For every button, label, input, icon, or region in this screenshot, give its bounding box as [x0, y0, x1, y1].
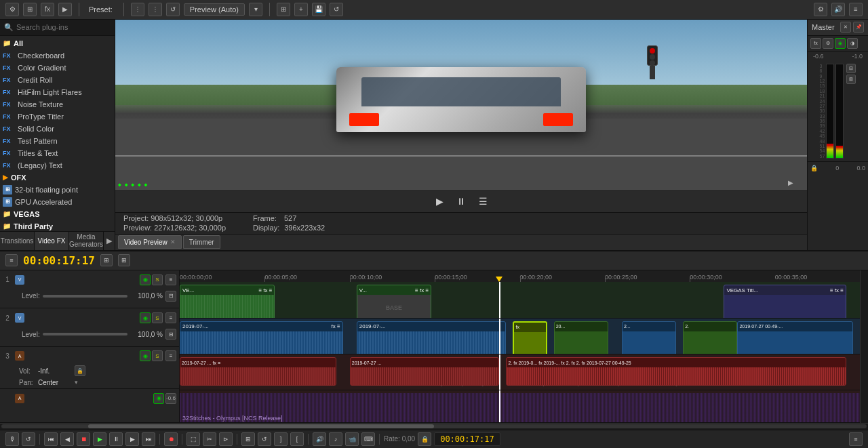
mb-fx-btn[interactable]: fx [810, 38, 821, 49]
fx-item-testpattern[interactable]: FX Test Pattern [0, 135, 115, 147]
clip-3-2[interactable]: 2019-07-27 ... [350, 357, 500, 386]
layout-btn[interactable]: ⊞ [23, 3, 37, 16]
close-video-preview-tab[interactable]: ✕ [170, 239, 176, 245]
clip-1-2[interactable]: V... ≡ fx ≡ BASE [357, 285, 431, 318]
fx-item-checkerboard[interactable]: FX Checkerboard [0, 49, 115, 62]
clip-2-selected[interactable]: fx [513, 321, 547, 354]
prev-frame-btn[interactable]: ◀ [60, 432, 74, 446]
clip-2-2[interactable]: 2019-07-... [357, 321, 507, 354]
fx-folder-all[interactable]: 📁 All [0, 37, 115, 49]
keyboard-icon[interactable]: ⌨ [361, 432, 375, 446]
clip-1-1[interactable]: VE... ≡ fx ≡ [180, 285, 275, 318]
track-1-solo[interactable]: S [152, 274, 163, 285]
track-2-solo[interactable]: S [152, 312, 163, 323]
fx-item-solidcolor[interactable]: FX Solid Color [0, 123, 115, 135]
mic-btn[interactable]: 🎙 [5, 432, 19, 446]
snap-btn[interactable]: ⋮ [149, 3, 162, 16]
tl-btn1[interactable]: ⊞ [100, 254, 113, 266]
track-3-more[interactable]: ≡ [165, 350, 176, 361]
grid2-btn[interactable]: ⊞ [277, 3, 290, 16]
clip-2-3[interactable]: 20... [554, 321, 608, 354]
trim-tool-btn[interactable]: ⊳ [219, 432, 233, 446]
mixer-btn[interactable]: ⚙ [814, 3, 827, 16]
track-3-vol-lock[interactable]: 🔒 [75, 365, 85, 376]
fx-item-colorgradient[interactable]: FX Color Gradient [0, 62, 115, 74]
grid-btn[interactable]: ⋮ [131, 3, 144, 16]
tl-menu-btn[interactable]: ≡ [5, 254, 18, 266]
refresh-btn[interactable]: ↺ [330, 3, 343, 16]
panel-scroll-right[interactable]: ▶ [104, 237, 115, 245]
track-1-mute[interactable]: ◉ [140, 274, 151, 285]
snap-btn[interactable]: ⊞ [241, 432, 255, 446]
fx-folder-ofx[interactable]: ▶ OFX [0, 171, 115, 184]
tab-mediagen[interactable]: Media Generators [69, 232, 104, 250]
fx-item-noise[interactable]: FX Noise Texture [0, 98, 115, 110]
mb-mono-btn[interactable]: ◑ [847, 38, 858, 49]
clip-2-1[interactable]: 2019-07-... fx ≡ [180, 321, 343, 354]
rewind-all-btn[interactable]: ↺ [22, 432, 35, 446]
track-4-solo[interactable]: -0.6 [165, 393, 176, 404]
fx-item-creditroll[interactable]: FX Credit Roll [0, 74, 115, 86]
clip-3-3[interactable]: 2. fx 2019-0... fx 2019-... fx 2. fx 2. … [506, 357, 846, 386]
save-btn[interactable]: 💾 [312, 3, 326, 16]
mark-out-btn[interactable]: [ [290, 432, 304, 446]
stop-btn[interactable]: ⏹ [77, 432, 90, 446]
track-2-vol-btn[interactable]: ⊟ [165, 329, 176, 340]
audio-icon[interactable]: 🔊 [313, 432, 326, 446]
render-btn[interactable]: ▶ [58, 3, 72, 16]
loop-btn[interactable]: ↺ [166, 3, 180, 16]
master-close-btn[interactable]: ✕ [840, 22, 851, 33]
track-2-mute[interactable]: ◉ [140, 312, 151, 323]
fx-item-legacytext[interactable]: FX (Legacy) Text [0, 159, 115, 171]
select-tool-btn[interactable]: ⬚ [186, 432, 200, 446]
channels-btn[interactable]: ≡ [849, 3, 863, 16]
cut-tool-btn[interactable]: ✂ [203, 432, 216, 446]
mb-gear-btn[interactable]: ⚙ [823, 38, 833, 49]
clip-1-3[interactable]: VEGAS Titl... ≡ fx ≡ [724, 285, 846, 318]
tab-video-preview[interactable]: Video Preview ✕ [118, 235, 182, 249]
track-2-more[interactable]: ≡ [165, 312, 176, 323]
rate-lock-btn[interactable]: 🔒 [418, 432, 431, 446]
vu-reset-btn[interactable]: ⊞ [846, 75, 856, 84]
fx-item-titlestext[interactable]: FX Titles & Text [0, 147, 115, 159]
go-end-btn[interactable]: ⏭ [142, 432, 155, 446]
audio-btn[interactable]: 🔊 [831, 3, 845, 16]
clip-2-4[interactable]: 2... [622, 321, 676, 354]
tab-transitions[interactable]: Transitions [0, 232, 35, 250]
search-input[interactable] [16, 23, 111, 31]
track-1-vol-btn[interactable]: ⊟ [165, 291, 176, 302]
midi-icon[interactable]: ♪ [329, 432, 342, 446]
mb-power-btn[interactable]: ◉ [835, 38, 846, 49]
tab-trimmer[interactable]: Trimmer [183, 235, 220, 249]
pause-btn[interactable]: ⏸ [453, 193, 469, 209]
tl-btn2[interactable]: ⊞ [118, 254, 130, 266]
clip-3-1[interactable]: 2019-07-27 ... fx ≡ [180, 357, 336, 386]
track-4-mute[interactable]: ◉ [153, 393, 164, 404]
go-start-btn[interactable]: ⏮ [44, 432, 58, 446]
pan-dropdown[interactable]: ▾ [75, 379, 78, 386]
master-pin-btn[interactable]: 📌 [853, 22, 864, 33]
next-frame-btn[interactable]: ▶ [125, 432, 139, 446]
clip-2-6[interactable]: 2019-07-27 00-49-... [737, 321, 853, 354]
add-btn[interactable]: + [294, 3, 308, 16]
preview-mode-btn[interactable]: Preview (Auto) [184, 3, 245, 16]
preview-down-btn[interactable]: ▾ [249, 3, 262, 16]
tab-videofx[interactable]: Video FX [35, 232, 69, 250]
record-btn[interactable]: ⏺ [164, 432, 178, 446]
video-icon[interactable]: 📹 [345, 432, 359, 446]
fx-folder-vegas[interactable]: 📁 VEGAS [0, 208, 115, 220]
mark-in-btn[interactable]: ] [274, 432, 288, 446]
fx-item-32bit[interactable]: ⊞ 32-bit floating point [0, 184, 115, 196]
clip-2-5[interactable]: 2. [683, 321, 737, 354]
vu-mode-btn[interactable]: ⊟ [846, 64, 856, 73]
fx-btn[interactable]: fx [41, 3, 54, 16]
play-pause-btn[interactable]: ▶ [93, 432, 106, 446]
loop-btn2[interactable]: ↺ [258, 432, 271, 446]
settings-btn[interactable]: ⚙ [5, 3, 19, 16]
pause-btn2[interactable]: ⏸ [109, 432, 123, 446]
mixer-right-btn[interactable]: ≡ [849, 432, 863, 446]
fx-folder-thirdparty[interactable]: 📁 Third Party [0, 220, 115, 231]
timeline-scrollbar[interactable] [0, 423, 868, 430]
play-btn[interactable]: ▶ [431, 193, 448, 209]
track-1-level-slider[interactable] [43, 295, 127, 298]
